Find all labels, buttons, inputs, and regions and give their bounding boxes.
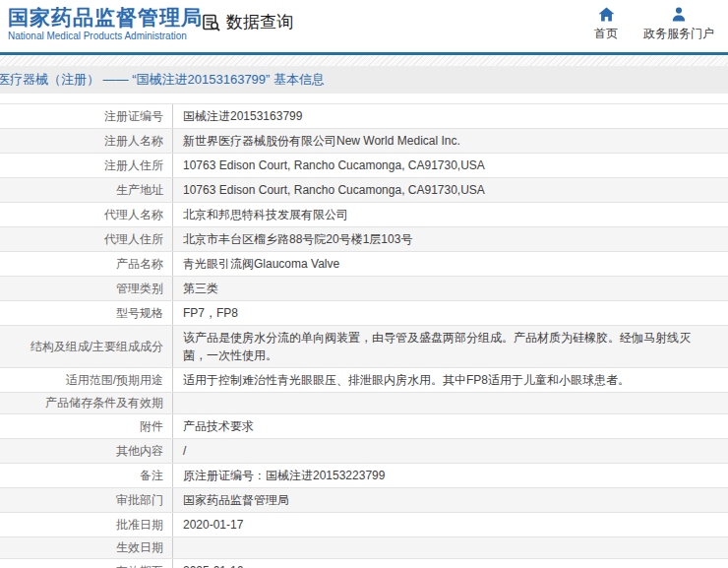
row-value: 北京和邦思特科技发展有限公司 (173, 203, 728, 226)
row-value (173, 537, 728, 558)
row-label: 生产地址 (0, 178, 173, 202)
table-row: 附件产品技术要求 (0, 414, 728, 439)
nav-portal-label: 政务服务门户 (643, 26, 714, 42)
row-label: 注册证编号 (0, 104, 173, 128)
table-row: 结构及组成/主要组成成分该产品是使房水分流的单向阀装置，由导管及盛盘两部分组成。… (0, 326, 728, 368)
row-value: 产品技术要求 (173, 414, 728, 438)
document-search-icon (202, 13, 221, 32)
row-value: 10763 Edison Court, Rancho Cucamonga, CA… (173, 154, 728, 177)
row-label: 管理类别 (0, 277, 173, 300)
logo-subtitle: National Medical Products Administration (8, 31, 203, 41)
row-value: 国家药品监督管理局 (173, 488, 728, 512)
row-value: 新世界医疗器械股份有限公司New World Medical Inc. (173, 129, 728, 153)
table-row: 有效期至2025-01-16 (0, 559, 728, 568)
row-value: / (173, 439, 728, 463)
breadcrumb: 医疗器械（注册） —— “国械注进20153163799” 基本信息 (0, 71, 325, 89)
row-label: 结构及组成/主要组成成分 (0, 326, 173, 367)
top-nav: 首页 政务服务门户 (594, 7, 714, 42)
row-label: 注册人名称 (0, 129, 173, 153)
table-row: 生产地址10763 Edison Court, Rancho Cucamonga… (0, 178, 728, 203)
table-row: 批准日期2020-01-17 (0, 513, 728, 537)
row-value: 第三类 (173, 277, 728, 300)
site-header: 国家药品监督管理局 National Medical Products Admi… (0, 0, 728, 52)
row-value: 2020-01-17 (173, 513, 728, 536)
row-label: 批准日期 (0, 513, 173, 536)
nav-home[interactable]: 首页 (594, 7, 618, 42)
table-row: 适用范围/预期用途适用于控制难治性青光眼眼压、排泄眼内房水用。其中FP8适用于儿… (0, 368, 728, 393)
row-label: 生效日期 (0, 537, 173, 558)
row-label: 备注 (0, 464, 173, 487)
table-row: 注册证编号国械注进20153163799 (0, 104, 728, 129)
data-query-link[interactable]: 数据查询 (202, 11, 293, 33)
row-value: 2025-01-16 (173, 559, 728, 568)
row-value: 国械注进20153163799 (173, 104, 728, 128)
hatch-strip (0, 55, 728, 66)
user-icon (671, 7, 687, 22)
table-row: 生效日期 (0, 537, 728, 559)
table-row: 审批部门国家药品监督管理局 (0, 488, 728, 513)
row-value: FP7，FP8 (173, 301, 728, 325)
table-row: 代理人住所北京市丰台区榴乡路88号院20号楼1层103号 (0, 227, 728, 252)
table-row: 产品储存条件及有效期 (0, 393, 728, 414)
row-label: 注册人住所 (0, 154, 173, 177)
row-label: 附件 (0, 414, 173, 438)
row-label: 适用范围/预期用途 (0, 368, 173, 392)
table-row: 注册人住所10763 Edison Court, Rancho Cucamong… (0, 154, 728, 178)
table-row: 代理人名称北京和邦思特科技发展有限公司 (0, 203, 728, 227)
spacer (0, 94, 728, 103)
home-icon (598, 7, 615, 22)
row-label: 型号规格 (0, 301, 173, 325)
table-row: 管理类别第三类 (0, 277, 728, 301)
row-value: 该产品是使房水分流的单向阀装置，由导管及盛盘两部分组成。产品材质为硅橡胶。经伽马… (173, 326, 728, 367)
row-value: 青光眼引流阀Glaucoma Valve (173, 252, 728, 276)
row-label: 产品名称 (0, 252, 173, 276)
row-label: 代理人名称 (0, 203, 173, 226)
row-label: 其他内容 (0, 439, 173, 463)
table-row: 备注原注册证编号：国械注进20153223799 (0, 464, 728, 488)
nav-portal[interactable]: 政务服务门户 (643, 7, 714, 42)
row-label: 审批部门 (0, 488, 173, 512)
table-row: 型号规格FP7，FP8 (0, 301, 728, 326)
table-row: 注册人名称新世界医疗器械股份有限公司New World Medical Inc. (0, 129, 728, 154)
logo-title: 国家药品监督管理局 (8, 6, 203, 30)
row-label: 产品储存条件及有效期 (0, 393, 173, 413)
info-table: 注册证编号国械注进20153163799注册人名称新世界医疗器械股份有限公司Ne… (0, 103, 728, 568)
data-query-label: 数据查询 (226, 11, 293, 33)
row-value: 北京市丰台区榴乡路88号院20号楼1层103号 (173, 227, 728, 251)
row-value: 适用于控制难治性青光眼眼压、排泄眼内房水用。其中FP8适用于儿童和小眼球患者。 (173, 368, 728, 392)
row-value: 原注册证编号：国械注进20153223799 (173, 464, 728, 487)
table-row: 其他内容/ (0, 439, 728, 464)
row-value (173, 393, 728, 413)
breadcrumb-bar: 医疗器械（注册） —— “国械注进20153163799” 基本信息 (0, 66, 728, 94)
table-row: 产品名称青光眼引流阀Glaucoma Valve (0, 252, 728, 277)
row-value: 10763 Edison Court, Rancho Cucamonga, CA… (173, 178, 728, 202)
row-label: 代理人住所 (0, 227, 173, 251)
nav-home-label: 首页 (594, 26, 618, 42)
row-label: 有效期至 (0, 559, 173, 568)
nmpa-logo[interactable]: 国家药品监督管理局 National Medical Products Admi… (8, 6, 203, 41)
